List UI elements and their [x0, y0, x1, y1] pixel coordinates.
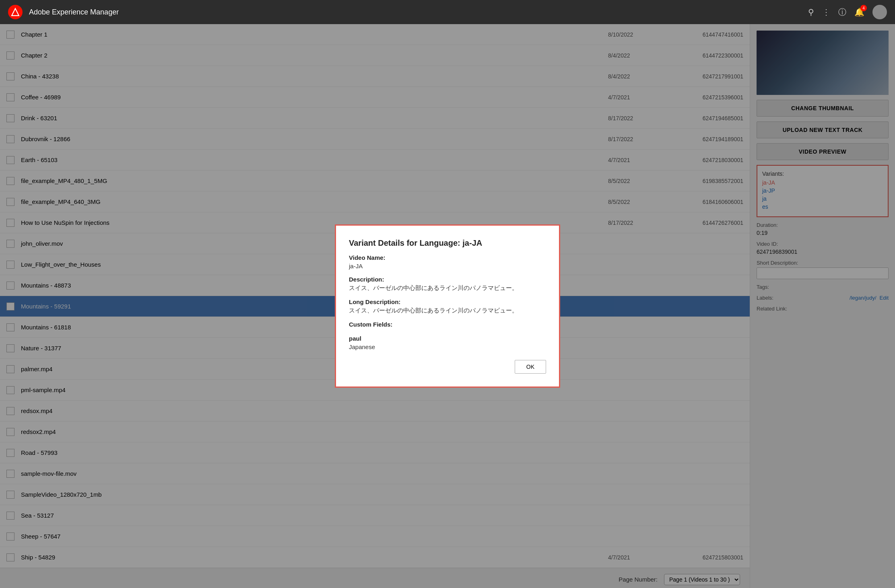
modal-custom-fields-label: Custom Fields:	[349, 321, 546, 328]
top-navigation: Adobe Experience Manager ⚲ ⋮ ⓘ 🔔 4	[0, 0, 895, 24]
user-avatar[interactable]	[872, 5, 887, 19]
modal-paul-section: paul Japanese	[349, 335, 546, 350]
search-icon[interactable]: ⚲	[808, 7, 814, 17]
app-title: Adobe Experience Manager	[29, 8, 802, 16]
help-icon[interactable]: ⓘ	[838, 7, 846, 18]
modal-ok-button[interactable]: OK	[515, 360, 546, 374]
adobe-logo	[8, 5, 23, 19]
nav-icons-group: ⚲ ⋮ ⓘ 🔔 4	[808, 5, 887, 19]
modal-title: Variant Details for Language: ja-JA	[349, 238, 546, 248]
modal-description-label: Description:	[349, 276, 546, 283]
modal-long-description-value: スイス、バーゼルの中心部にあるライン川のパノラマビュー。	[349, 307, 546, 315]
modal-description-section: Description: スイス、バーゼルの中心部にあるライン川のパノラマビュー…	[349, 276, 546, 292]
modal-custom-fields-section: Custom Fields:	[349, 321, 546, 329]
modal-paul-label: paul	[349, 335, 546, 342]
modal-dialog: Variant Details for Language: ja-JA Vide…	[335, 224, 560, 388]
modal-paul-value: Japanese	[349, 343, 546, 350]
modal-video-name-section: Video Name: ja-JA	[349, 254, 546, 269]
modal-footer: OK	[349, 360, 546, 374]
notifications-icon[interactable]: 🔔 4	[854, 7, 864, 17]
modal-video-name-value: ja-JA	[349, 263, 546, 269]
apps-icon[interactable]: ⋮	[822, 7, 830, 17]
modal-description-value: スイス、バーゼルの中心部にあるライン川のパノラマビュー。	[349, 284, 546, 292]
modal-long-description-label: Long Description:	[349, 298, 546, 305]
notification-badge: 4	[860, 5, 867, 11]
svg-marker-0	[12, 8, 19, 16]
modal-overlay: Variant Details for Language: ja-JA Vide…	[0, 24, 895, 588]
modal-long-description-section: Long Description: スイス、バーゼルの中心部にあるライン川のパノ…	[349, 298, 546, 315]
modal-video-name-label: Video Name:	[349, 254, 546, 261]
